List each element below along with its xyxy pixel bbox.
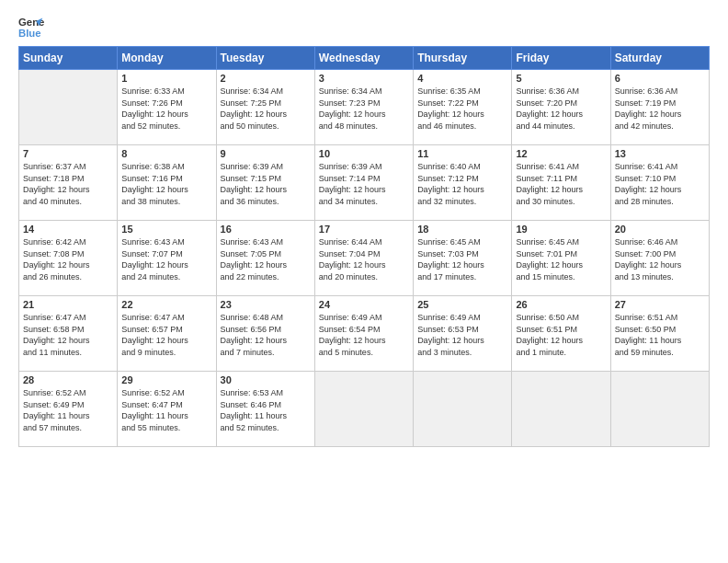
day-info: Sunrise: 6:40 AM Sunset: 7:12 PM Dayligh… [417,161,507,207]
day-number: 2 [221,73,311,84]
weekday-friday: Friday [512,47,610,70]
day-number: 6 [615,73,705,84]
calendar-cell [610,372,709,447]
calendar-cell: 6Sunrise: 6:36 AM Sunset: 7:19 PM Daylig… [610,70,709,145]
day-number: 15 [121,224,211,235]
calendar-table: SundayMondayTuesdayWednesdayThursdayFrid… [18,46,710,447]
weekday-saturday: Saturday [610,47,709,70]
day-number: 20 [615,224,705,235]
calendar-cell: 22Sunrise: 6:47 AM Sunset: 6:57 PM Dayli… [118,296,216,372]
day-number: 23 [221,299,311,310]
calendar-cell: 9Sunrise: 6:39 AM Sunset: 7:15 PM Daylig… [216,145,314,221]
day-info: Sunrise: 6:53 AM Sunset: 6:46 PM Dayligh… [221,387,311,433]
day-info: Sunrise: 6:41 AM Sunset: 7:11 PM Dayligh… [516,161,606,207]
day-number: 29 [121,374,211,385]
day-number: 5 [516,73,606,84]
svg-text:Blue: Blue [18,28,41,39]
day-info: Sunrise: 6:46 AM Sunset: 7:00 PM Dayligh… [615,236,705,282]
calendar-cell: 21Sunrise: 6:47 AM Sunset: 6:58 PM Dayli… [19,296,118,372]
day-info: Sunrise: 6:52 AM Sunset: 6:47 PM Dayligh… [121,387,211,433]
calendar-cell: 1Sunrise: 6:33 AM Sunset: 7:26 PM Daylig… [118,70,216,145]
day-info: Sunrise: 6:51 AM Sunset: 6:50 PM Dayligh… [615,312,705,358]
day-info: Sunrise: 6:42 AM Sunset: 7:08 PM Dayligh… [23,236,113,282]
calendar-cell: 13Sunrise: 6:41 AM Sunset: 7:10 PM Dayli… [610,145,709,221]
day-number: 12 [516,148,606,159]
calendar-cell: 28Sunrise: 6:52 AM Sunset: 6:49 PM Dayli… [19,372,118,447]
calendar-cell: 4Sunrise: 6:35 AM Sunset: 7:22 PM Daylig… [414,70,512,145]
calendar-cell: 29Sunrise: 6:52 AM Sunset: 6:47 PM Dayli… [118,372,216,447]
calendar-cell: 27Sunrise: 6:51 AM Sunset: 6:50 PM Dayli… [610,296,709,372]
calendar-cell: 24Sunrise: 6:49 AM Sunset: 6:54 PM Dayli… [314,296,413,372]
week-row-5: 28Sunrise: 6:52 AM Sunset: 6:49 PM Dayli… [19,372,710,447]
page-container: General Blue SundayMondayTuesdayWednesda… [0,0,728,456]
weekday-monday: Monday [118,47,216,70]
day-number: 7 [23,148,113,159]
day-number: 14 [23,224,113,235]
calendar-cell: 16Sunrise: 6:43 AM Sunset: 7:05 PM Dayli… [216,221,314,296]
calendar-cell [19,70,118,145]
day-info: Sunrise: 6:41 AM Sunset: 7:10 PM Dayligh… [615,161,705,207]
weekday-sunday: Sunday [19,47,118,70]
day-number: 26 [516,299,606,310]
day-number: 8 [121,148,211,159]
calendar-cell: 3Sunrise: 6:34 AM Sunset: 7:23 PM Daylig… [314,70,413,145]
week-row-2: 7Sunrise: 6:37 AM Sunset: 7:18 PM Daylig… [19,145,710,221]
week-row-1: 1Sunrise: 6:33 AM Sunset: 7:26 PM Daylig… [19,70,710,145]
day-info: Sunrise: 6:39 AM Sunset: 7:15 PM Dayligh… [221,161,311,207]
day-info: Sunrise: 6:49 AM Sunset: 6:53 PM Dayligh… [417,312,507,358]
calendar-cell: 12Sunrise: 6:41 AM Sunset: 7:11 PM Dayli… [512,145,610,221]
calendar-cell: 11Sunrise: 6:40 AM Sunset: 7:12 PM Dayli… [414,145,512,221]
day-info: Sunrise: 6:47 AM Sunset: 6:58 PM Dayligh… [23,312,113,358]
calendar-cell: 30Sunrise: 6:53 AM Sunset: 6:46 PM Dayli… [216,372,314,447]
day-number: 13 [615,148,705,159]
day-number: 25 [417,299,507,310]
day-number: 10 [319,148,409,159]
weekday-tuesday: Tuesday [216,47,314,70]
calendar-cell: 15Sunrise: 6:43 AM Sunset: 7:07 PM Dayli… [118,221,216,296]
day-number: 9 [221,148,311,159]
day-number: 17 [319,224,409,235]
day-info: Sunrise: 6:36 AM Sunset: 7:19 PM Dayligh… [615,86,705,132]
day-info: Sunrise: 6:33 AM Sunset: 7:26 PM Dayligh… [121,86,211,132]
week-row-4: 21Sunrise: 6:47 AM Sunset: 6:58 PM Dayli… [19,296,710,372]
calendar-cell [512,372,610,447]
day-info: Sunrise: 6:43 AM Sunset: 7:07 PM Dayligh… [121,236,211,282]
day-number: 16 [221,224,311,235]
day-number: 30 [221,374,311,385]
week-row-3: 14Sunrise: 6:42 AM Sunset: 7:08 PM Dayli… [19,221,710,296]
weekday-wednesday: Wednesday [314,47,413,70]
calendar-cell: 2Sunrise: 6:34 AM Sunset: 7:25 PM Daylig… [216,70,314,145]
day-number: 27 [615,299,705,310]
calendar-cell: 25Sunrise: 6:49 AM Sunset: 6:53 PM Dayli… [414,296,512,372]
calendar-cell: 19Sunrise: 6:45 AM Sunset: 7:01 PM Dayli… [512,221,610,296]
day-info: Sunrise: 6:47 AM Sunset: 6:57 PM Dayligh… [121,312,211,358]
header: General Blue [18,15,710,40]
day-number: 1 [121,73,211,84]
day-info: Sunrise: 6:52 AM Sunset: 6:49 PM Dayligh… [23,387,113,433]
day-info: Sunrise: 6:44 AM Sunset: 7:04 PM Dayligh… [319,236,409,282]
calendar-cell: 10Sunrise: 6:39 AM Sunset: 7:14 PM Dayli… [314,145,413,221]
day-number: 11 [417,148,507,159]
day-info: Sunrise: 6:34 AM Sunset: 7:25 PM Dayligh… [221,86,311,132]
day-info: Sunrise: 6:49 AM Sunset: 6:54 PM Dayligh… [319,312,409,358]
day-info: Sunrise: 6:37 AM Sunset: 7:18 PM Dayligh… [23,161,113,207]
day-number: 24 [319,299,409,310]
day-number: 21 [23,299,113,310]
calendar-cell: 26Sunrise: 6:50 AM Sunset: 6:51 PM Dayli… [512,296,610,372]
weekday-thursday: Thursday [414,47,512,70]
day-info: Sunrise: 6:45 AM Sunset: 7:01 PM Dayligh… [516,236,606,282]
calendar-cell: 20Sunrise: 6:46 AM Sunset: 7:00 PM Dayli… [610,221,709,296]
day-info: Sunrise: 6:39 AM Sunset: 7:14 PM Dayligh… [319,161,409,207]
day-number: 4 [417,73,507,84]
calendar-cell: 7Sunrise: 6:37 AM Sunset: 7:18 PM Daylig… [19,145,118,221]
day-info: Sunrise: 6:34 AM Sunset: 7:23 PM Dayligh… [319,86,409,132]
calendar-body: 1Sunrise: 6:33 AM Sunset: 7:26 PM Daylig… [19,70,710,447]
calendar-cell: 17Sunrise: 6:44 AM Sunset: 7:04 PM Dayli… [314,221,413,296]
day-info: Sunrise: 6:35 AM Sunset: 7:22 PM Dayligh… [417,86,507,132]
logo-icon: General Blue [18,15,44,40]
weekday-header-row: SundayMondayTuesdayWednesdayThursdayFrid… [19,47,710,70]
logo: General Blue [18,15,44,40]
day-info: Sunrise: 6:45 AM Sunset: 7:03 PM Dayligh… [417,236,507,282]
calendar-cell: 23Sunrise: 6:48 AM Sunset: 6:56 PM Dayli… [216,296,314,372]
day-info: Sunrise: 6:36 AM Sunset: 7:20 PM Dayligh… [516,86,606,132]
